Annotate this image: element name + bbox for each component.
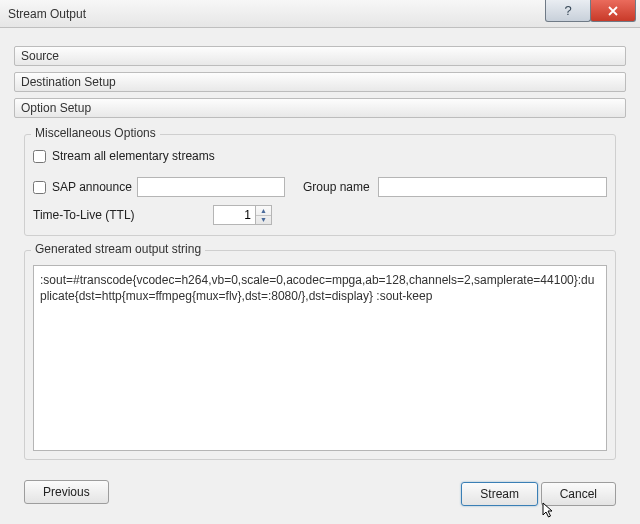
ttl-label: Time-To-Live (TTL) — [33, 208, 135, 222]
section-destination[interactable]: Destination Setup — [14, 72, 626, 92]
section-source[interactable]: Source — [14, 46, 626, 66]
previous-button[interactable]: Previous — [24, 480, 109, 504]
ttl-input[interactable] — [213, 205, 255, 225]
misc-options-legend: Miscellaneous Options — [31, 126, 160, 140]
section-option[interactable]: Option Setup — [14, 98, 626, 118]
sap-checkbox[interactable] — [33, 181, 46, 194]
sap-label: SAP announce — [52, 180, 132, 194]
window-title: Stream Output — [8, 7, 86, 21]
generated-output-textarea[interactable] — [33, 265, 607, 451]
stream-button[interactable]: Stream — [461, 482, 538, 506]
stream-all-checkbox[interactable] — [33, 150, 46, 163]
window-controls: ? — [546, 0, 636, 22]
ttl-spin-buttons[interactable]: ▲ ▼ — [255, 205, 272, 225]
stream-all-checkbox-wrap[interactable]: Stream all elementary streams — [33, 149, 215, 163]
group-name-label: Group name — [303, 180, 370, 194]
section-destination-label: Destination Setup — [21, 75, 116, 89]
group-name-input[interactable] — [378, 177, 607, 197]
chevron-up-icon[interactable]: ▲ — [256, 206, 271, 216]
help-button[interactable]: ? — [545, 0, 591, 22]
ttl-spinner[interactable]: ▲ ▼ — [213, 205, 273, 225]
misc-options-group: Miscellaneous Options Stream all element… — [24, 134, 616, 236]
close-button[interactable] — [590, 0, 636, 22]
generated-output-group: Generated stream output string — [24, 250, 616, 460]
close-icon — [608, 6, 618, 16]
cancel-button[interactable]: Cancel — [541, 482, 616, 506]
dialog-body: Source Destination Setup Option Setup Mi… — [0, 28, 640, 524]
chevron-down-icon[interactable]: ▼ — [256, 216, 271, 225]
sap-input[interactable] — [137, 177, 285, 197]
section-source-label: Source — [21, 49, 59, 63]
sap-checkbox-wrap[interactable]: SAP announce — [33, 180, 137, 194]
section-option-label: Option Setup — [21, 101, 91, 115]
generated-output-legend: Generated stream output string — [31, 242, 205, 256]
title-bar: Stream Output ? — [0, 0, 640, 28]
stream-all-label: Stream all elementary streams — [52, 149, 215, 163]
